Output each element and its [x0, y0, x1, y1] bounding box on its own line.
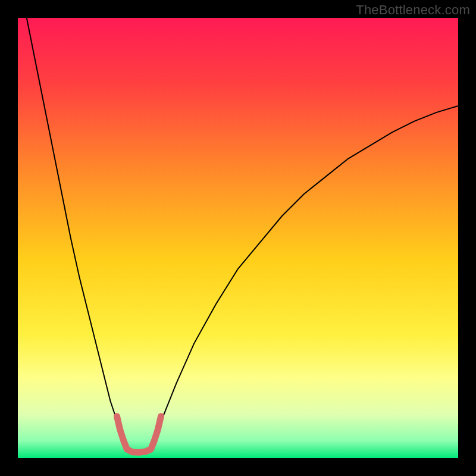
bottleneck-chart	[18, 18, 458, 458]
watermark-text: TheBottleneck.com	[356, 2, 470, 18]
chart-frame	[18, 18, 458, 458]
chart-background	[18, 18, 458, 458]
